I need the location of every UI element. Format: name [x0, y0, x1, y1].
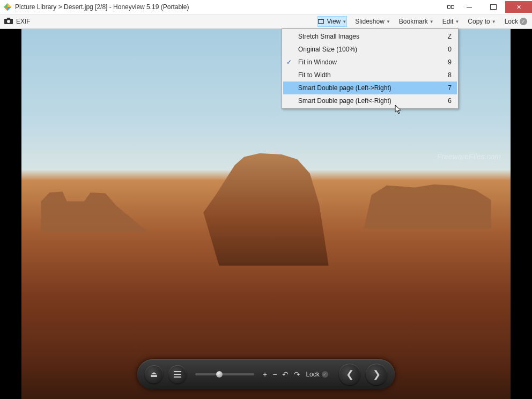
shortcut: 0: [448, 46, 452, 53]
menu-label: Fit to Width: [298, 71, 331, 79]
bookmark-label: Bookmark: [399, 18, 428, 25]
zoom-out-button[interactable]: −: [272, 370, 277, 379]
chevron-down-icon: ▼: [455, 19, 459, 24]
eject-button[interactable]: ⏏: [145, 365, 163, 383]
chevron-down-icon: ▼: [342, 19, 346, 24]
svg-marker-1: [8, 3, 11, 7]
app-icon: [3, 3, 12, 11]
check-icon: ✓: [286, 58, 292, 66]
lock-label: Lock: [505, 18, 518, 25]
menu-item-fit-window[interactable]: ✓Fit in Window9: [283, 56, 457, 69]
view-mode-icon: [318, 19, 324, 24]
svg-rect-9: [174, 376, 181, 378]
lock-mini-label: Lock: [306, 371, 319, 378]
edit-label: Edit: [442, 18, 454, 25]
menu-label: Fit in Window: [298, 58, 337, 66]
shortcut: 6: [448, 97, 452, 105]
window-controls: [444, 0, 532, 14]
maximize-button[interactable]: [481, 1, 505, 13]
view-label: View: [327, 18, 341, 25]
svg-rect-8: [174, 374, 181, 375]
slideshow-label: Slideshow: [355, 18, 385, 25]
svg-point-6: [7, 20, 10, 23]
menu-item-fit-width[interactable]: Fit to Width8: [283, 69, 457, 82]
chevron-down-icon: ▼: [492, 19, 496, 24]
zoom-slider[interactable]: [195, 373, 254, 375]
check-circle-icon: ✓: [322, 371, 328, 378]
menu-item-double-rl[interactable]: Smart Double page (Left<-Right)6: [283, 94, 457, 107]
list-button[interactable]: [168, 365, 187, 383]
check-circle-icon: ✓: [520, 18, 527, 25]
bookmark-menu[interactable]: Bookmark▼: [398, 16, 434, 27]
rotate-right-button[interactable]: ↷: [294, 370, 300, 379]
lock-menu[interactable]: Lock✓: [504, 16, 528, 27]
menu-item-original[interactable]: Original Size (100%)0: [283, 43, 457, 56]
minimize-button[interactable]: [457, 1, 481, 13]
next-button[interactable]: ❯: [366, 364, 387, 385]
slider-thumb[interactable]: [216, 371, 223, 378]
edit-menu[interactable]: Edit▼: [442, 16, 460, 27]
menu-label: Smart Double page (Left<-Right): [298, 97, 391, 105]
close-button[interactable]: [505, 1, 532, 13]
copyto-label: Copy to: [468, 18, 490, 25]
watermark: FreewareFiles.com: [437, 152, 501, 161]
shortcut: Z: [448, 33, 452, 40]
view-dropdown: Stretch Small ImagesZ Original Size (100…: [282, 28, 459, 109]
rotate-left-button[interactable]: ↶: [282, 370, 289, 379]
chevron-down-icon: ▼: [430, 19, 434, 24]
view-menu[interactable]: View▼: [317, 16, 347, 27]
titlebar: Picture Library > Desert.jpg [2/8] - Hon…: [0, 0, 532, 14]
lock-toggle[interactable]: Lock ✓: [306, 371, 328, 378]
shortcut: 9: [448, 58, 452, 66]
svg-marker-2: [8, 7, 11, 11]
camera-icon[interactable]: [4, 17, 13, 26]
svg-marker-3: [4, 7, 8, 11]
svg-rect-5: [7, 18, 10, 19]
menu-item-double-lr[interactable]: Smart Double page (Left->Right)7: [283, 82, 457, 94]
player-controls: ⏏ + − ↶ ↷ Lock ✓ ❮ ❯: [137, 359, 395, 389]
shortcut: 8: [448, 71, 452, 79]
zoom-controls: + − ↶ ↷: [263, 370, 300, 379]
window-title: Picture Library > Desert.jpg [2/8] - Hon…: [15, 3, 444, 11]
toolbar-left: EXIF: [4, 17, 31, 26]
prev-button[interactable]: ❮: [339, 364, 360, 385]
toolbar-right: View▼ Slideshow▼ Bookmark▼ Edit▼ Copy to…: [317, 16, 528, 27]
menu-item-stretch[interactable]: Stretch Small ImagesZ: [283, 30, 457, 43]
svg-rect-7: [174, 371, 181, 372]
menu-label: Smart Double page (Left->Right): [298, 84, 391, 92]
toolbar: EXIF View▼ Slideshow▼ Bookmark▼ Edit▼ Co…: [0, 14, 532, 29]
exif-button[interactable]: EXIF: [16, 18, 31, 25]
menu-label: Original Size (100%): [298, 46, 357, 53]
dual-window-icon[interactable]: [444, 1, 457, 13]
zoom-in-button[interactable]: +: [263, 370, 267, 379]
menu-label: Stretch Small Images: [298, 33, 359, 40]
copyto-menu[interactable]: Copy to▼: [467, 16, 496, 27]
shortcut: 7: [448, 84, 452, 92]
chevron-down-icon: ▼: [386, 19, 390, 24]
slideshow-menu[interactable]: Slideshow▼: [354, 16, 391, 27]
